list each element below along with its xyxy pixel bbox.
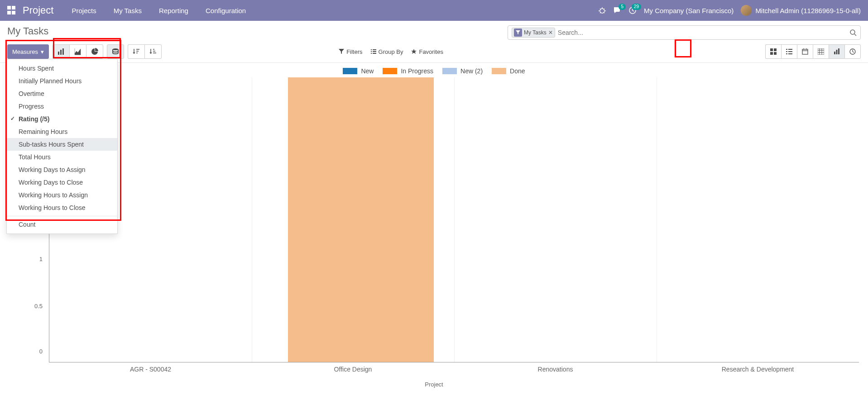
line-chart-button[interactable]	[69, 44, 86, 59]
x-tick: Research & Development	[722, 366, 794, 373]
svg-rect-19	[802, 49, 808, 54]
pivot-icon	[818, 48, 824, 55]
apps-icon[interactable]	[7, 6, 16, 15]
messaging-icon[interactable]: 5	[613, 6, 621, 14]
search-chip[interactable]: My Tasks ✕	[512, 28, 555, 38]
nav-reporting[interactable]: Reporting	[159, 7, 188, 14]
list-icon	[371, 49, 376, 54]
star-icon	[411, 49, 417, 54]
close-icon[interactable]: ✕	[548, 29, 553, 36]
svg-rect-12	[60, 50, 62, 55]
chart-plot: 0 0.5 1 1.5 AGR - S00042 Office Design R…	[27, 77, 859, 378]
svg-line-5	[604, 9, 604, 10]
x-tick: Office Design	[334, 366, 372, 373]
activities-badge: 29	[632, 4, 641, 10]
filters-toggle[interactable]: Filters	[339, 48, 362, 55]
legend-item[interactable]: In Progress	[383, 67, 433, 75]
measure-item[interactable]: Hours Spent	[7, 62, 117, 75]
measure-item[interactable]: Working Hours to Close	[7, 201, 117, 214]
favorites-toggle[interactable]: Favorites	[411, 48, 443, 55]
measure-item[interactable]: Sub-tasks Hours Spent	[7, 138, 117, 151]
legend-swatch	[442, 68, 457, 74]
measures-dropdown: Hours Spent Initially Planned Hours Over…	[6, 59, 118, 234]
measure-item[interactable]: Progress	[7, 100, 117, 113]
top-navbar: Project Projects My Tasks Reporting Conf…	[0, 0, 868, 21]
user-name: Mitchell Admin (11286969-15-0-all)	[755, 7, 861, 14]
stacked-button[interactable]	[107, 44, 124, 59]
measure-item[interactable]: Working Days to Close	[7, 176, 117, 189]
measure-item[interactable]: Working Hours to Assign	[7, 189, 117, 201]
svg-line-7	[604, 12, 604, 13]
y-tick: 0.5	[34, 303, 43, 310]
company-switcher[interactable]: My Company (San Francisco)	[644, 7, 734, 14]
clock-icon	[849, 48, 856, 55]
nav-configuration[interactable]: Configuration	[206, 7, 246, 14]
legend-label: New	[361, 67, 374, 75]
bug-icon[interactable]	[599, 7, 606, 14]
svg-rect-28	[834, 52, 835, 54]
measure-item[interactable]: Rating (/5)	[7, 113, 117, 125]
filter-icon	[514, 29, 522, 37]
svg-rect-18	[774, 52, 777, 55]
search-box[interactable]: My Tasks ✕	[508, 25, 861, 40]
svg-rect-13	[62, 48, 64, 55]
y-tick: 1	[39, 256, 43, 262]
kanban-view-button[interactable]	[765, 44, 781, 59]
svg-point-14	[113, 48, 118, 50]
control-panel: My Tasks My Tasks ✕ Measures ▾	[0, 21, 868, 63]
sort-desc-button[interactable]	[128, 44, 144, 59]
nav-menu: Projects My Tasks Reporting Configuratio…	[72, 7, 246, 14]
legend-label: New (2)	[460, 67, 483, 75]
sort-asc-icon	[149, 48, 157, 55]
sort-asc-button[interactable]	[144, 44, 162, 59]
search-chip-label: My Tasks	[524, 29, 547, 36]
list-view-button[interactable]	[781, 44, 797, 59]
measures-button[interactable]: Measures ▾	[7, 44, 49, 59]
svg-line-4	[600, 9, 601, 10]
x-tick: Renovations	[538, 366, 573, 373]
pivot-view-button[interactable]	[813, 44, 829, 59]
nav-projects[interactable]: Projects	[72, 7, 96, 14]
groupby-toggle[interactable]: Group By	[371, 48, 403, 55]
caret-down-icon: ▾	[41, 48, 44, 55]
app-brand[interactable]: Project	[23, 5, 53, 16]
legend-label: In Progress	[401, 67, 433, 75]
measure-count[interactable]: Count	[7, 218, 117, 231]
legend-swatch	[343, 68, 357, 74]
measure-item[interactable]: Initially Planned Hours	[7, 75, 117, 87]
bar-chart-button[interactable]	[53, 44, 69, 59]
measure-item[interactable]: Remaining Hours	[7, 125, 117, 138]
svg-rect-30	[838, 48, 839, 54]
bar-chart-icon	[58, 48, 65, 55]
measure-item[interactable]: Working Days to Assign	[7, 163, 117, 176]
kanban-icon	[770, 48, 777, 55]
legend-item[interactable]: New (2)	[442, 67, 483, 75]
search-input[interactable]	[558, 29, 849, 36]
graph-view-button[interactable]	[829, 44, 844, 59]
svg-rect-16	[774, 48, 777, 51]
calendar-view-button[interactable]	[797, 44, 813, 59]
svg-rect-15	[770, 48, 773, 51]
x-tick: AGR - S00042	[130, 366, 171, 373]
filter-icon	[339, 49, 344, 54]
chart-type-group	[53, 44, 103, 59]
view-switcher	[765, 44, 861, 59]
messaging-badge: 5	[619, 4, 626, 10]
user-menu[interactable]: Mitchell Admin (11286969-15-0-all)	[741, 5, 861, 16]
activity-view-button[interactable]	[844, 44, 861, 59]
database-icon	[112, 48, 119, 55]
activities-icon[interactable]: 29	[628, 6, 637, 14]
pie-chart-button[interactable]	[86, 44, 103, 59]
legend-item[interactable]: New	[343, 67, 374, 75]
chart-legend: New In Progress New (2) Done	[9, 67, 859, 75]
chart-bar-done-office-design[interactable]	[288, 77, 434, 362]
measures-label: Measures	[12, 48, 38, 55]
search-icon[interactable]	[849, 29, 857, 36]
measure-item[interactable]: Overtime	[7, 87, 117, 100]
stack-group	[107, 44, 124, 59]
legend-item[interactable]: Done	[492, 67, 525, 75]
svg-rect-11	[58, 52, 59, 55]
nav-my-tasks[interactable]: My Tasks	[114, 7, 142, 14]
svg-rect-17	[770, 52, 773, 55]
measure-item[interactable]: Total Hours	[7, 151, 117, 163]
